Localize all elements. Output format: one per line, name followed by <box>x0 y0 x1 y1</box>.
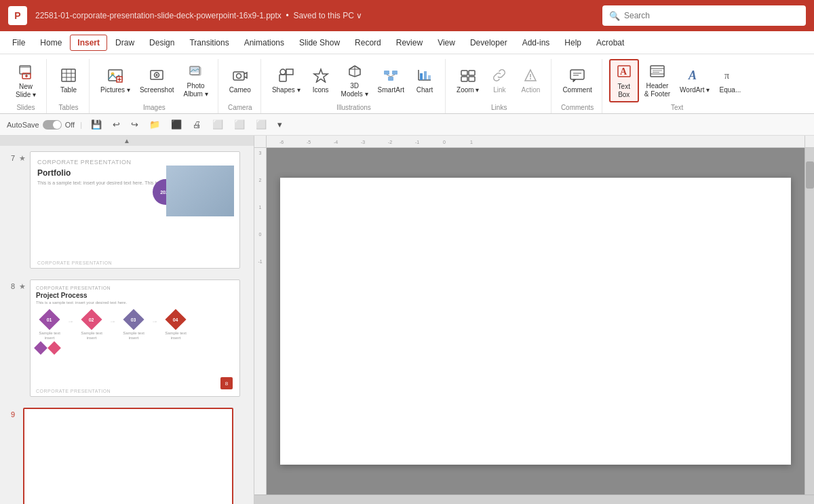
smartart-button[interactable]: SmartArt <box>374 59 408 102</box>
svg-rect-41 <box>461 77 467 81</box>
comment-label: Comment <box>562 86 592 94</box>
svg-rect-39 <box>461 71 467 75</box>
svg-rect-20 <box>191 67 199 73</box>
menu-record[interactable]: Record <box>348 35 388 50</box>
ribbon-group-slides: NewSlide ▾ Slides <box>5 59 47 113</box>
qa-more-button[interactable]: ▾ <box>274 118 286 131</box>
menu-design[interactable]: Design <box>142 35 181 50</box>
textbox-button[interactable]: A TextBox <box>609 59 639 102</box>
menu-transitions[interactable]: Transitions <box>182 35 235 50</box>
title-bar: P 22581-01-corporate-presentation-slide-… <box>0 0 814 31</box>
slide-white[interactable] <box>280 178 791 465</box>
photo-album-button[interactable]: PhotoAlbum ▾ <box>180 59 212 102</box>
3d-models-button[interactable]: 3DModels ▾ <box>337 59 372 102</box>
ruler-numbers-top: -6 -5 -4 -3 -2 -1 0 1 <box>268 138 485 144</box>
open-button[interactable]: 📁 <box>146 118 163 131</box>
save-button[interactable]: 💾 <box>88 118 105 131</box>
qa-btn-5[interactable]: ⬛ <box>168 118 185 131</box>
equation-label: Equa... <box>720 86 741 94</box>
slide-thumb-9[interactable] <box>23 408 233 504</box>
ruler-num-v-1: 3 <box>258 151 262 178</box>
qa-btn-9[interactable]: ⬜ <box>252 118 270 131</box>
svg-rect-36 <box>420 73 423 80</box>
shapes-button[interactable]: Shapes ▾ <box>268 59 305 102</box>
slide-number-9: 9 <box>3 408 15 419</box>
scroll-thumb-v[interactable] <box>806 161 814 189</box>
menu-file[interactable]: File <box>5 35 32 50</box>
app-logo: P <box>8 6 27 25</box>
equation-button[interactable]: π Equa... <box>715 59 745 102</box>
horizontal-scrollbar[interactable] <box>267 495 805 504</box>
header-footer-button[interactable]: Header& Footer <box>640 59 674 102</box>
comment-button[interactable]: Comment <box>558 59 596 102</box>
slide-star-7: ★ <box>19 151 26 163</box>
menu-home[interactable]: Home <box>33 35 69 50</box>
menu-view[interactable]: View <box>431 35 462 50</box>
table-button[interactable]: Table <box>54 59 83 102</box>
ruler-corner <box>254 136 267 148</box>
slide-number-8: 8 <box>3 279 15 290</box>
slide-item-9[interactable]: 9 <box>0 402 254 504</box>
menu-developer[interactable]: Developer <box>463 35 514 50</box>
undo-button[interactable]: ↩ <box>109 118 123 131</box>
slide8-desc: This is a sample text: insert your desir… <box>36 301 234 305</box>
link-button[interactable]: Link <box>484 59 514 102</box>
menu-review[interactable]: Review <box>389 35 429 50</box>
icons-button[interactable]: Icons <box>306 59 336 102</box>
panel-scroll-up[interactable]: ▲ <box>0 136 254 146</box>
menu-addins[interactable]: Add-ins <box>516 35 557 50</box>
slide-item-7[interactable]: 7 ★ CORPORATE PRESENTATION Portfolio Thi… <box>0 146 254 274</box>
svg-rect-5 <box>62 69 75 81</box>
chart-button[interactable]: Chart <box>410 59 440 102</box>
action-label: Action <box>521 86 540 94</box>
slide-canvas[interactable] <box>267 148 805 495</box>
process-step-1: 01 Sample text insert <box>36 310 63 341</box>
ribbon-group-images: Pictures ▾ Screenshot <box>91 59 218 113</box>
cameo-icon <box>232 68 248 85</box>
ribbon-group-comments-label: Comments <box>561 104 594 111</box>
canvas-area: -6 -5 -4 -3 -2 -1 0 1 3 <box>254 136 814 504</box>
menu-insert[interactable]: Insert <box>70 35 107 51</box>
cameo-button[interactable]: Cameo <box>225 59 255 102</box>
ribbon: NewSlide ▾ Slides Table Tables <box>0 54 814 114</box>
chart-icon <box>416 68 433 85</box>
main-area: ▲ 7 ★ CORPORATE PRESENTATION Portfolio T… <box>0 136 814 504</box>
svg-marker-24 <box>286 69 293 75</box>
slide7-img-inner <box>166 166 234 216</box>
slide-item-8[interactable]: 8 ★ CORPORATE PRESENTATION Project Proce… <box>0 274 254 402</box>
slide-thumb-8[interactable]: CORPORATE PRESENTATION Project Process T… <box>30 279 240 397</box>
slide-thumb-7[interactable]: CORPORATE PRESENTATION Portfolio This is… <box>30 151 240 269</box>
ribbon-group-illustrations-label: Illustrations <box>336 104 371 111</box>
search-box[interactable]: 🔍 <box>602 5 806 26</box>
action-icon <box>522 68 539 85</box>
action-button[interactable]: Action <box>516 59 545 102</box>
svg-text:π: π <box>724 71 729 81</box>
svg-rect-46 <box>570 70 584 79</box>
svg-point-17 <box>156 74 158 76</box>
zoom-button[interactable]: Zoom ▾ <box>452 59 483 102</box>
autosave-state: Off <box>65 121 75 129</box>
ruler-num-5: -2 <box>376 140 404 144</box>
qa-btn-7[interactable]: ⬜ <box>209 118 227 131</box>
vertical-scrollbar[interactable] <box>805 148 814 495</box>
search-input[interactable] <box>624 11 799 20</box>
redo-button[interactable]: ↪ <box>128 118 142 131</box>
qa-btn-8[interactable]: ⬜ <box>231 118 248 131</box>
svg-rect-30 <box>392 71 398 75</box>
pictures-button[interactable]: Pictures ▾ <box>96 59 134 102</box>
autosave-switch[interactable] <box>43 120 62 130</box>
menu-slideshow[interactable]: Slide Show <box>292 35 347 50</box>
new-slide-button[interactable]: NewSlide ▾ <box>11 59 41 102</box>
menu-animations[interactable]: Animations <box>237 35 291 50</box>
wordart-button[interactable]: A WordArt ▾ <box>676 59 714 102</box>
menu-acrobat[interactable]: Acrobat <box>589 35 631 50</box>
screenshot-button[interactable]: Screenshot <box>136 59 178 102</box>
menu-help[interactable]: Help <box>558 35 588 50</box>
ruler-num-3: -4 <box>322 140 349 144</box>
print-button[interactable]: 🖨 <box>189 118 205 131</box>
ruler-top: -6 -5 -4 -3 -2 -1 0 1 <box>267 136 805 148</box>
menu-draw[interactable]: Draw <box>109 35 141 50</box>
slide-panel: ▲ 7 ★ CORPORATE PRESENTATION Portfolio T… <box>0 136 254 504</box>
ribbon-group-slides-label: Slides <box>16 104 35 111</box>
table-icon <box>60 68 77 85</box>
